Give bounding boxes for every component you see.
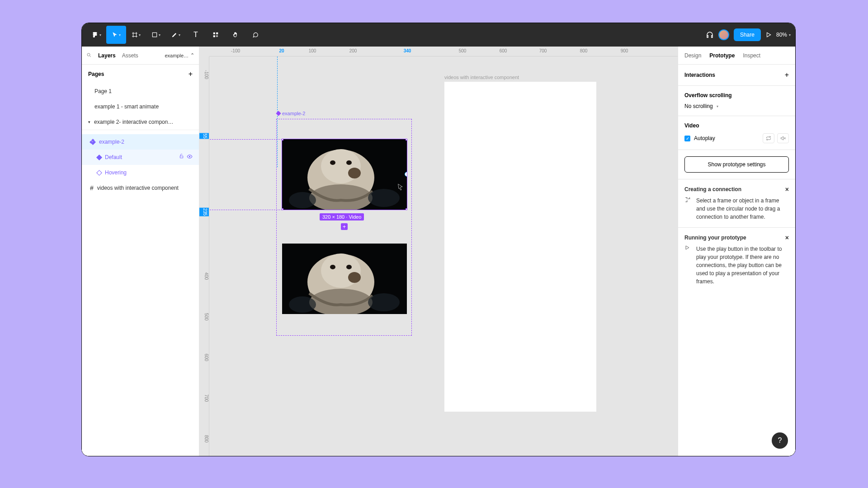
selection-handle[interactable] — [282, 208, 283, 210]
close-tip-button[interactable]: × — [785, 186, 789, 193]
tab-layers[interactable]: Layers — [98, 52, 116, 59]
pen-tool-button[interactable]: ▾ — [166, 26, 186, 44]
chevron-down-icon: ▾ — [159, 33, 160, 37]
share-button[interactable]: Share — [734, 28, 761, 41]
guide-horizontal — [210, 139, 282, 140]
chevron-down-icon: ▾ — [139, 33, 141, 37]
svg-rect-0 — [152, 33, 156, 37]
layer-label: example-2 — [99, 139, 124, 145]
add-interaction-button[interactable]: + — [785, 71, 789, 79]
selection-handle[interactable] — [406, 208, 407, 210]
cursor-icon — [112, 32, 118, 38]
layer-component[interactable]: example-2 — [82, 134, 199, 150]
page-item[interactable]: example 1 - smart animate — [82, 99, 199, 114]
svg-point-20 — [348, 272, 361, 283]
zoom-menu[interactable]: 80% ▾ — [776, 32, 791, 38]
ruler-horizontal: -10020100200340500600700800900 — [209, 47, 678, 56]
tab-assets[interactable]: Assets — [122, 52, 138, 59]
pages-section-header: Pages + — [82, 65, 199, 84]
svg-point-14 — [368, 189, 400, 207]
move-tool-button[interactable]: ▾ — [106, 26, 126, 44]
video-layer-hovering[interactable] — [282, 244, 407, 314]
comment-tool-button[interactable] — [245, 26, 265, 44]
variant-icon — [96, 170, 102, 176]
svg-point-22 — [289, 296, 316, 313]
svg-point-19 — [346, 265, 352, 269]
play-icon — [684, 245, 692, 286]
selection-handle[interactable] — [282, 139, 283, 141]
svg-rect-3 — [213, 35, 215, 37]
layer-label: videos with interactive component — [97, 185, 179, 191]
zoom-value: 80% — [776, 32, 787, 38]
dimension-badge: 320 × 180 · Video — [320, 213, 364, 221]
chevron-down-icon: ▾ — [88, 120, 90, 124]
chevron-down-icon: ▾ — [119, 33, 121, 37]
frame-videos[interactable] — [444, 82, 596, 412]
svg-point-5 — [189, 156, 190, 157]
svg-point-18 — [330, 265, 335, 269]
audio-button[interactable] — [706, 26, 714, 44]
layer-label: Hovering — [105, 169, 127, 176]
tab-prototype[interactable]: Prototype — [709, 52, 735, 59]
add-variant-button[interactable]: + — [341, 223, 348, 230]
page-item-current[interactable]: ▾ example 2- interactive compon… — [82, 114, 199, 130]
play-icon — [765, 32, 772, 38]
right-panel: Design Prototype Inspect Interactions + … — [678, 47, 795, 456]
layer-frame[interactable]: # videos with interactive component — [82, 180, 199, 196]
add-page-button[interactable]: + — [189, 70, 193, 78]
component-label-text: example-2 — [282, 111, 305, 116]
tab-inspect[interactable]: Inspect — [743, 52, 760, 59]
layer-variant-hovering[interactable]: Hovering — [82, 165, 199, 180]
page-item[interactable]: Page 1 — [82, 84, 199, 99]
visible-icon[interactable] — [187, 154, 193, 161]
close-tip-button[interactable]: × — [785, 234, 789, 241]
frame-label[interactable]: videos with interactive component — [444, 75, 519, 80]
tip-title: Creating a connection — [684, 186, 741, 192]
frame-icon — [132, 32, 138, 38]
present-button[interactable] — [765, 26, 772, 44]
show-prototype-settings-button[interactable]: Show prototype settings — [684, 156, 789, 173]
main-menu-button[interactable]: ▾ — [86, 26, 106, 44]
shape-tool-button[interactable]: ▾ — [146, 26, 166, 44]
component-set-frame[interactable]: 320 × 180 · Video + — [276, 119, 412, 336]
overflow-value: No scrolling — [684, 103, 713, 109]
chevron-down-icon: ▾ — [717, 104, 718, 108]
rectangle-icon — [151, 32, 158, 38]
unlock-icon[interactable] — [179, 154, 184, 161]
prototype-connection-handle[interactable] — [405, 172, 407, 177]
otter-image — [282, 244, 407, 314]
resources-icon — [212, 32, 219, 38]
connection-icon — [684, 197, 692, 221]
loop-button[interactable] — [763, 133, 774, 143]
resources-button[interactable] — [206, 26, 226, 44]
component-frame-label[interactable]: example-2 — [277, 111, 305, 116]
svg-point-13 — [289, 192, 316, 208]
frame-tool-button[interactable]: ▾ — [126, 26, 146, 44]
frame-icon: # — [90, 184, 94, 192]
page-breadcrumb[interactable]: example… ⌃ — [165, 52, 194, 58]
otter-image — [282, 139, 407, 210]
search-icon[interactable] — [86, 52, 92, 59]
help-button[interactable]: ? — [772, 432, 788, 449]
tip-body: Select a frame or object in a frame and … — [696, 197, 789, 221]
page-item-label: example 2- interactive compon… — [94, 119, 173, 125]
toolbar: ▾ ▾ ▾ ▾ ▾ T — [82, 23, 795, 47]
text-icon: T — [193, 31, 198, 39]
video-layer-default[interactable] — [282, 139, 407, 210]
cursor-pointer-icon — [397, 183, 404, 191]
overflow-select[interactable]: No scrolling ▾ — [684, 103, 789, 109]
autoplay-checkbox[interactable]: ✓ — [684, 136, 690, 141]
layer-variant-default[interactable]: Default — [82, 150, 199, 165]
hand-tool-button[interactable] — [226, 26, 245, 44]
svg-rect-2 — [216, 33, 218, 34]
selection-handle[interactable] — [406, 139, 407, 141]
mute-button[interactable] — [777, 133, 789, 143]
tab-design[interactable]: Design — [684, 52, 701, 59]
text-tool-button[interactable]: T — [186, 26, 206, 44]
user-avatar[interactable] — [718, 29, 729, 40]
chevron-down-icon: ▾ — [99, 33, 101, 37]
svg-point-23 — [368, 293, 400, 311]
hand-icon — [232, 32, 239, 38]
svg-rect-1 — [213, 33, 215, 34]
canvas[interactable]: -10020100200340500600700800900 -10055235… — [199, 47, 678, 456]
